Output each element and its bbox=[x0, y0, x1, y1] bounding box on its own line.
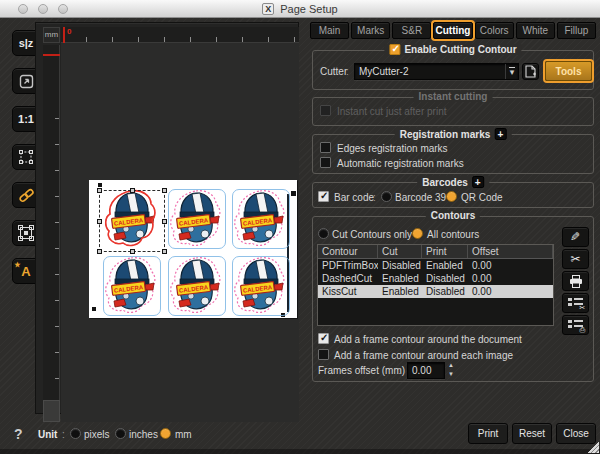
table-row[interactable]: PDFTrimBox Disabled Enabled 0.00 bbox=[318, 259, 553, 272]
print-toggle-button[interactable] bbox=[562, 271, 589, 291]
print-button[interactable]: Print bbox=[468, 423, 508, 444]
printer-icon bbox=[569, 275, 583, 288]
barcode39-radio[interactable] bbox=[381, 191, 392, 202]
qrcode-radio[interactable] bbox=[446, 191, 457, 202]
sticker-image[interactable] bbox=[167, 255, 227, 317]
selection-handle[interactable] bbox=[162, 188, 167, 193]
stepper-up-icon[interactable] bbox=[446, 362, 456, 371]
frame-document-label: Add a frame contour around the document bbox=[334, 334, 522, 345]
reset-button[interactable]: Reset bbox=[512, 423, 552, 444]
tab-white[interactable]: White bbox=[516, 22, 555, 39]
ruler-origin-marker-h bbox=[63, 27, 65, 43]
barcodes-title: Barcodes bbox=[422, 177, 468, 188]
fit-page-icon bbox=[18, 149, 34, 165]
table-header-row: Contour Cut Print Offset bbox=[318, 245, 553, 259]
pencil-icon bbox=[570, 230, 580, 244]
cut-contours-only-label: Cut Contours only bbox=[332, 229, 412, 240]
selection-handle[interactable] bbox=[162, 249, 167, 254]
x11-app-icon: X bbox=[262, 3, 274, 15]
vertical-ruler bbox=[43, 45, 60, 422]
sticker-image[interactable] bbox=[231, 255, 291, 317]
help-button[interactable]: ? bbox=[14, 426, 23, 442]
tab-fillup[interactable]: Fillup bbox=[557, 22, 596, 39]
tab-marks[interactable]: Marks bbox=[351, 22, 390, 39]
instant-cut-checkbox bbox=[320, 105, 331, 116]
window-minimize-button[interactable] bbox=[38, 4, 48, 14]
tools-button[interactable]: Tools bbox=[545, 61, 592, 81]
registration-mark bbox=[92, 307, 96, 311]
barcode-checkbox[interactable] bbox=[318, 191, 329, 202]
new-document-icon bbox=[525, 65, 536, 78]
registration-add-button[interactable]: + bbox=[494, 128, 506, 140]
ruler-origin-marker-v bbox=[43, 54, 60, 56]
titlebar: X Page Setup bbox=[0, 0, 600, 18]
window-zoom-button[interactable] bbox=[58, 4, 68, 14]
tab-main[interactable]: Main bbox=[310, 22, 349, 39]
frames-offset-stepper[interactable] bbox=[446, 362, 456, 379]
list-print-icon: ⎙ bbox=[568, 319, 583, 331]
step-and-repeat-icon: s|z bbox=[19, 37, 34, 49]
frame-image-checkbox[interactable] bbox=[318, 349, 329, 360]
cutter-dropdown-arrow-icon[interactable] bbox=[505, 64, 518, 79]
col-print[interactable]: Print bbox=[422, 245, 468, 258]
selection-handle[interactable] bbox=[162, 219, 167, 224]
document-page[interactable] bbox=[89, 180, 297, 318]
selection-frame-icon bbox=[18, 225, 34, 241]
instant-cutting-title: Instant cutting bbox=[414, 91, 493, 102]
frames-offset-colon: : bbox=[398, 365, 401, 376]
edges-registration-checkbox[interactable] bbox=[320, 142, 331, 153]
contours-table: Contour Cut Print Offset PDFTrimBox Disa… bbox=[317, 244, 554, 326]
col-contour[interactable]: Contour bbox=[318, 245, 378, 258]
tab-colors[interactable]: Colors bbox=[475, 22, 514, 39]
scissors-icon bbox=[570, 252, 580, 266]
all-contours-radio[interactable] bbox=[412, 228, 423, 239]
cut-contours-only-radio[interactable] bbox=[318, 228, 329, 239]
registration-mark bbox=[291, 191, 296, 196]
barcode-label: Bar code bbox=[334, 192, 374, 203]
horizontal-ruler bbox=[61, 27, 299, 43]
sticker-image[interactable] bbox=[231, 188, 291, 250]
automatic-registration-checkbox[interactable] bbox=[320, 157, 331, 168]
unit-pixels-radio[interactable] bbox=[70, 428, 81, 439]
edges-registration-label: Edges registration marks bbox=[337, 143, 448, 154]
col-offset[interactable]: Offset bbox=[468, 245, 553, 258]
barcodes-add-button[interactable]: + bbox=[472, 176, 484, 188]
selection-handle[interactable] bbox=[97, 249, 102, 254]
col-cut[interactable]: Cut bbox=[378, 245, 422, 258]
selection-handle[interactable] bbox=[130, 249, 135, 254]
link-icon bbox=[18, 188, 35, 203]
table-row[interactable]: DashedCut Enabled Disabled 0.00 bbox=[318, 272, 553, 285]
frame-document-checkbox[interactable] bbox=[318, 333, 329, 344]
one-to-one-icon: 1:1 bbox=[18, 113, 34, 125]
table-row-selected[interactable]: KissCut Enabled Disabled 0.00 bbox=[318, 285, 553, 298]
selection-handle[interactable] bbox=[97, 219, 102, 224]
print-all-list-button[interactable]: ⎙ bbox=[562, 315, 589, 335]
ruler-origin-label: 0 bbox=[67, 27, 71, 36]
automatic-registration-label: Automatic registration marks bbox=[337, 158, 464, 169]
enable-cutting-checkbox[interactable] bbox=[389, 44, 400, 55]
selection-handle[interactable] bbox=[97, 188, 102, 193]
canvas-viewport[interactable] bbox=[61, 43, 299, 422]
resize-grip[interactable] bbox=[586, 440, 599, 453]
barcode-colon: : bbox=[373, 192, 376, 203]
ruler-unit-box: mm bbox=[43, 27, 60, 43]
cut-all-list-button[interactable]: ✂ bbox=[562, 293, 589, 313]
tab-cutting[interactable]: Cutting bbox=[433, 22, 472, 39]
stepper-down-icon[interactable] bbox=[446, 371, 456, 380]
sticker-image[interactable] bbox=[167, 188, 227, 250]
selection-rectangle[interactable] bbox=[99, 190, 165, 252]
selection-handle[interactable] bbox=[130, 188, 135, 193]
cut-toggle-button[interactable] bbox=[562, 249, 589, 269]
unit-inches-radio[interactable] bbox=[115, 428, 126, 439]
cutter-select[interactable]: MyCutter-2 bbox=[354, 63, 519, 80]
sticker-image[interactable] bbox=[102, 255, 162, 317]
tab-sr[interactable]: S&R bbox=[392, 22, 431, 39]
unit-mm-radio[interactable] bbox=[160, 428, 171, 439]
edit-contour-button[interactable] bbox=[562, 227, 589, 247]
new-cutter-button[interactable] bbox=[522, 63, 539, 80]
unit-inches-label: inches bbox=[129, 429, 158, 440]
window-close-button[interactable] bbox=[18, 4, 28, 14]
unit-colon: : bbox=[62, 429, 65, 440]
registration-mark bbox=[98, 183, 102, 187]
frames-offset-input[interactable]: 0.00 bbox=[407, 362, 445, 379]
